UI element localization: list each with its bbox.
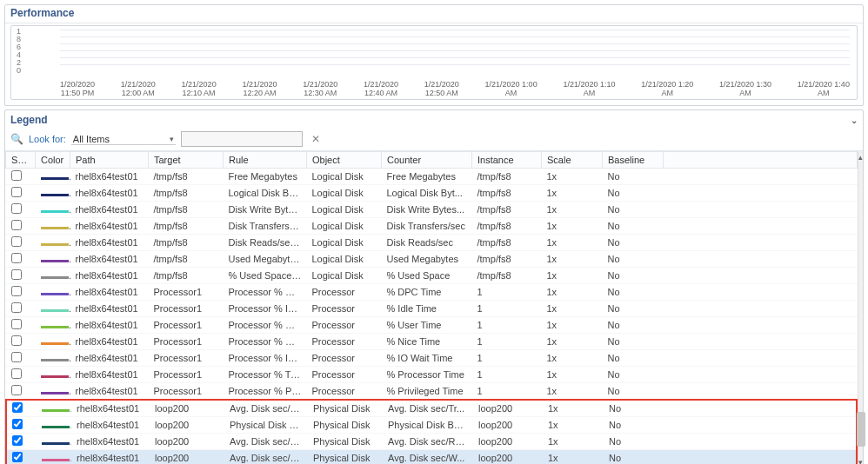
col-color[interactable]: Color (36, 152, 70, 169)
cell-counter: Avg. Disk sec/Tr... (383, 401, 473, 417)
show-checkbox[interactable] (12, 452, 23, 462)
show-checkbox[interactable] (11, 220, 22, 230)
lookfor-select[interactable]: All Items ▾ (71, 134, 176, 145)
cell-baseline: No (603, 367, 664, 383)
x-axis-tick: 1/21/2020 1:20AM (641, 80, 693, 97)
col-path[interactable]: Path (70, 152, 149, 169)
show-checkbox[interactable] (11, 203, 22, 214)
cell-show (6, 367, 36, 383)
col-instance[interactable]: Instance (472, 152, 542, 169)
show-checkbox[interactable] (11, 286, 22, 296)
cell-counter: % DPC Time (382, 284, 472, 301)
counters-table-highlight: rhel8x64test01loop200Avg. Disk sec/Tr...… (7, 401, 856, 464)
cell-instance: /tmp/fs8 (472, 251, 542, 268)
col-show[interactable]: Show (6, 152, 36, 169)
cell-instance: /tmp/fs8 (472, 202, 542, 218)
cell-target: loop200 (150, 401, 224, 417)
scroll-up-icon[interactable]: ▴ (858, 151, 863, 163)
scroll-thumb[interactable] (857, 412, 865, 447)
col-baseline[interactable]: Baseline (603, 152, 664, 169)
table-row[interactable]: rhel8x64test01Processor1Processor % IO T… (6, 350, 858, 367)
show-checkbox[interactable] (11, 187, 22, 197)
show-checkbox[interactable] (11, 335, 22, 346)
table-row[interactable]: rhel8x64test01/tmp/fs8Disk Transfers/s..… (6, 218, 858, 235)
table-row[interactable]: rhel8x64test01loop200Avg. Disk sec/W...P… (7, 450, 856, 465)
cell-baseline: No (603, 334, 664, 350)
table-row[interactable]: rhel8x64test01Processor1Processor % Tim.… (6, 367, 858, 383)
cell-object: Logical Disk (307, 218, 382, 235)
column-header-row: Show Color Path Target Rule Object Count… (6, 152, 858, 169)
show-checkbox[interactable] (11, 368, 22, 379)
cell-scale: 1x (542, 284, 603, 301)
cell-path: rhel8x64test01 (71, 450, 150, 465)
cell-rule: Avg. Disk sec/W... (224, 450, 308, 465)
vertical-scrollbar[interactable]: ▴ ▾ (858, 151, 863, 464)
cell-instance: loop200 (473, 450, 543, 465)
table-row[interactable]: rhel8x64test01/tmp/fs8Free MegabytesLogi… (6, 169, 858, 185)
show-checkbox[interactable] (11, 236, 22, 247)
lookfor-selected: All Items (73, 134, 110, 144)
cell-scale: 1x (543, 450, 604, 465)
cell-target: /tmp/fs8 (149, 235, 224, 251)
legend-panel: Legend ⌄ 🔍 Look for: All Items ▾ ✕ Show … (4, 109, 864, 464)
y-axis: 186420 (17, 28, 21, 75)
col-object[interactable]: Object (307, 152, 382, 169)
cell-rule: Avg. Disk sec/Re... (224, 434, 308, 450)
color-swatch (41, 177, 69, 180)
col-target[interactable]: Target (149, 152, 224, 169)
cell-show (7, 434, 37, 450)
x-axis-tick: 1/21/2020 1:10AM (563, 80, 615, 97)
show-checkbox[interactable] (11, 319, 22, 329)
table-row[interactable]: rhel8x64test01loop200Physical Disk Byt..… (7, 417, 856, 434)
cell-spacer (664, 350, 858, 367)
cell-target: /tmp/fs8 (149, 169, 224, 185)
show-checkbox[interactable] (12, 402, 23, 413)
table-row[interactable]: rhel8x64test01loop200Avg. Disk sec/Re...… (7, 434, 856, 450)
cell-show (6, 284, 36, 301)
table-row[interactable]: rhel8x64test01Processor1Processor % DP..… (6, 284, 858, 301)
cell-target: /tmp/fs8 (149, 202, 224, 218)
cell-scale: 1x (542, 350, 603, 367)
chevron-down-icon[interactable]: ⌄ (851, 116, 858, 125)
col-rule[interactable]: Rule (224, 152, 307, 169)
cell-color (36, 301, 70, 317)
search-input[interactable] (181, 131, 303, 147)
show-checkbox[interactable] (11, 253, 22, 263)
color-swatch (41, 293, 69, 295)
cell-show (6, 185, 36, 202)
table-row[interactable]: rhel8x64test01/tmp/fs8Disk Reads/sec (..… (6, 235, 858, 251)
table-row[interactable]: rhel8x64test01/tmp/fs8% Used Space (...L… (6, 268, 858, 284)
show-checkbox[interactable] (12, 419, 23, 429)
table-row[interactable]: rhel8x64test01loop200Avg. Disk sec/Tr...… (7, 401, 856, 417)
cell-spacer (664, 218, 858, 235)
col-spacer (664, 152, 858, 169)
performance-chart: 186420 1/20/202011:50 PM1/21/202012:00 A… (10, 25, 858, 100)
cell-scale: 1x (542, 334, 603, 350)
table-row[interactable]: rhel8x64test01/tmp/fs8Logical Disk Byt..… (6, 185, 858, 202)
table-row[interactable]: rhel8x64test01Processor1Processor % Priv… (6, 383, 858, 400)
show-checkbox[interactable] (12, 435, 23, 446)
cell-baseline: No (604, 434, 664, 450)
table-row[interactable]: rhel8x64test01/tmp/fs8Disk Write Bytes..… (6, 202, 858, 218)
scroll-down-icon[interactable]: ▾ (858, 456, 863, 464)
col-counter[interactable]: Counter (382, 152, 472, 169)
show-checkbox[interactable] (11, 269, 22, 280)
table-row[interactable]: rhel8x64test01Processor1Processor % Idle… (6, 301, 858, 317)
show-checkbox[interactable] (11, 170, 22, 181)
caret-down-icon: ▾ (170, 135, 174, 143)
col-scale[interactable]: Scale (542, 152, 603, 169)
table-row[interactable]: rhel8x64test01/tmp/fs8Used Megabytes...L… (6, 251, 858, 268)
color-swatch (41, 326, 69, 328)
cell-counter: Free Megabytes (382, 169, 472, 185)
show-checkbox[interactable] (11, 352, 22, 362)
cell-spacer (664, 169, 858, 185)
cell-instance: /tmp/fs8 (472, 185, 542, 202)
cell-instance: /tmp/fs8 (472, 235, 542, 251)
show-checkbox[interactable] (11, 385, 22, 395)
cell-path: rhel8x64test01 (70, 301, 149, 317)
legend-header[interactable]: Legend ⌄ (5, 110, 863, 129)
clear-search-icon[interactable]: ✕ (308, 133, 324, 145)
show-checkbox[interactable] (11, 302, 22, 313)
table-row[interactable]: rhel8x64test01Processor1Processor % Nic.… (6, 334, 858, 350)
table-row[interactable]: rhel8x64test01Processor1Processor % Use.… (6, 317, 858, 334)
